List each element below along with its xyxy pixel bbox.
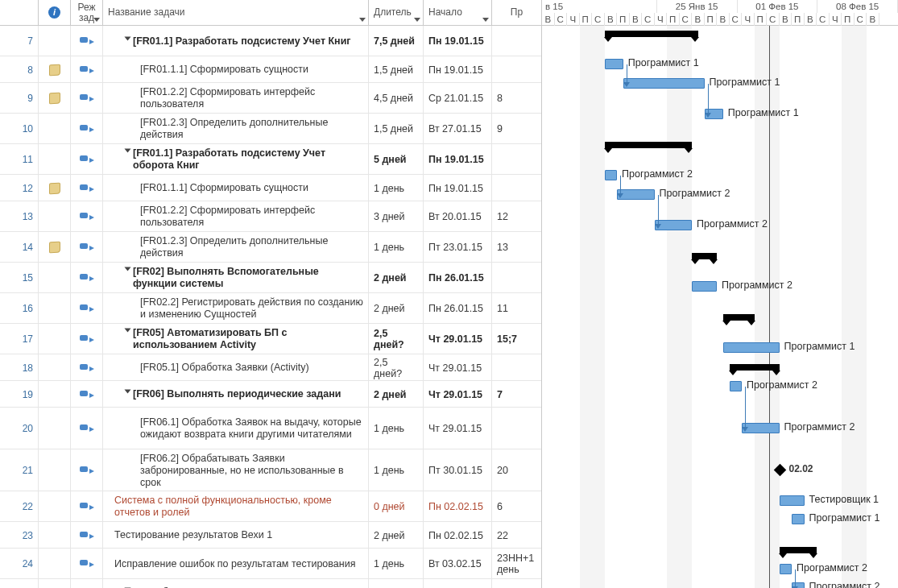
cell-name[interactable]: [FR02.2] Регистрировать действия по созд… xyxy=(103,293,369,324)
cell-predecessors[interactable]: 22 xyxy=(492,579,542,588)
col-header-start[interactable]: Начало xyxy=(424,0,492,26)
cell-duration[interactable]: 1 день xyxy=(369,408,424,449)
table-row[interactable]: 20[FR06.1] Обработка Заявок на выдачу, к… xyxy=(0,408,541,449)
cell-predecessors[interactable]: 12 xyxy=(492,201,542,232)
col-header-duration[interactable]: Длитель xyxy=(369,0,424,26)
gantt-row[interactable] xyxy=(542,248,898,279)
cell-name[interactable]: [FR01.2.2] Сформировать интерфейс пользо… xyxy=(103,83,369,114)
cell-start[interactable]: Чт 29.01.15 xyxy=(424,408,492,449)
cell-predecessors[interactable]: 23НН+1 день xyxy=(492,549,542,579)
task-bar[interactable] xyxy=(623,78,705,89)
table-row[interactable]: 21[FR06.2] Обрабатывать Заявки заброниро… xyxy=(0,449,541,491)
cell-id[interactable]: 23 xyxy=(0,522,39,549)
table-row[interactable]: 15[FR02] Выполнять Вспомогательные функц… xyxy=(0,263,541,293)
gantt-row[interactable]: Программист 1 xyxy=(542,511,898,542)
gantt-row[interactable]: Программист 2 xyxy=(542,580,898,588)
col-header-mode[interactable]: Реж зад xyxy=(71,0,103,26)
cell-duration[interactable]: 5 дней xyxy=(369,144,424,175)
cell-duration[interactable]: 1 день xyxy=(369,175,424,201)
cell-id[interactable]: 16 xyxy=(0,293,39,324)
cell-info[interactable] xyxy=(39,549,71,579)
cell-predecessors[interactable] xyxy=(492,175,542,201)
cell-name[interactable]: [FR01.1.1] Сформировать сущности xyxy=(103,175,369,201)
summary-bar[interactable] xyxy=(605,31,698,37)
cell-id[interactable]: 14 xyxy=(0,232,39,263)
cell-id[interactable]: 9 xyxy=(0,83,39,114)
cell-id[interactable]: 20 xyxy=(0,408,39,449)
cell-info[interactable] xyxy=(39,449,71,491)
table-row[interactable]: 7[FR01.1] Разработать подсистему Учет Кн… xyxy=(0,26,541,56)
cell-id[interactable]: 21 xyxy=(0,449,39,491)
collapse-icon[interactable] xyxy=(125,267,131,271)
cell-info[interactable] xyxy=(39,408,71,449)
cell-start[interactable]: Пн 02.02.15 xyxy=(424,491,492,522)
cell-id[interactable]: 12 xyxy=(0,175,39,201)
table-row[interactable]: 17[FR05] Автоматизировать БП с использов… xyxy=(0,324,541,354)
cell-name[interactable]: [FR01.2.2] Сформировать интерфейс пользо… xyxy=(103,201,369,232)
cell-name[interactable]: [FR05.1] Обработка Заявки (Activity) xyxy=(103,354,369,381)
table-row[interactable]: 25Разработка отчетов3 днейПн 02.02.1522 xyxy=(0,579,541,588)
cell-start[interactable]: Вт 03.02.15 xyxy=(424,549,492,579)
table-row[interactable]: 19[FR06] Выполнять периодические задани2… xyxy=(0,381,541,408)
cell-info[interactable] xyxy=(39,522,71,549)
collapse-icon[interactable] xyxy=(125,329,131,333)
cell-id[interactable]: 18 xyxy=(0,354,39,381)
table-row[interactable]: 14[FR01.2.3] Определить дополнительные д… xyxy=(0,232,541,263)
cell-name[interactable]: [FR01.2.3] Определить дополнительные дей… xyxy=(103,232,369,263)
cell-name[interactable]: Разработка отчетов xyxy=(103,579,369,588)
summary-bar[interactable] xyxy=(780,547,817,553)
cell-info[interactable] xyxy=(39,232,71,263)
cell-mode[interactable] xyxy=(71,293,103,324)
cell-name[interactable]: [FR06.1] Обработка Заявок на выдачу, кот… xyxy=(103,408,369,449)
cell-duration[interactable]: 2 дней xyxy=(369,263,424,293)
cell-info[interactable] xyxy=(39,144,71,175)
cell-mode[interactable] xyxy=(71,26,103,56)
task-bar[interactable] xyxy=(692,281,717,292)
cell-start[interactable]: Чт 29.01.15 xyxy=(424,354,492,381)
cell-info[interactable] xyxy=(39,26,71,56)
table-row[interactable]: 22Система с полной функциональностью, кр… xyxy=(0,491,541,522)
cell-name[interactable]: [FR01.1] Разработать подсистему Учет Кни… xyxy=(103,26,369,56)
cell-id[interactable]: 19 xyxy=(0,381,39,408)
cell-info[interactable] xyxy=(39,354,71,381)
gantt-row[interactable]: Программист 2 xyxy=(542,168,898,187)
cell-predecessors[interactable]: 6 xyxy=(492,491,542,522)
task-bar[interactable] xyxy=(605,170,618,180)
cell-id[interactable]: 15 xyxy=(0,263,39,293)
cell-predecessors[interactable] xyxy=(492,408,542,449)
gantt-row[interactable]: Программист 1 xyxy=(542,106,898,137)
cell-predecessors[interactable] xyxy=(492,354,542,381)
cell-name[interactable]: [FR01.2.3] Определить дополнительные дей… xyxy=(103,114,369,144)
collapse-icon[interactable] xyxy=(125,36,131,40)
cell-mode[interactable] xyxy=(71,408,103,449)
cell-id[interactable]: 7 xyxy=(0,26,39,56)
cell-info[interactable] xyxy=(39,56,71,83)
cell-name[interactable]: [FR02] Выполнять Вспомогательные функции… xyxy=(103,263,369,293)
cell-info[interactable] xyxy=(39,201,71,232)
cell-info[interactable] xyxy=(39,491,71,522)
gantt-row[interactable]: Программист 2 xyxy=(542,379,898,420)
cell-mode[interactable] xyxy=(71,232,103,263)
gantt-row[interactable]: Тестировщик 1 xyxy=(542,493,898,511)
cell-name[interactable]: [FR01.1.1] Сформировать сущности xyxy=(103,56,369,83)
gantt-row[interactable]: Программист 1 xyxy=(542,340,898,359)
cell-start[interactable]: Пн 19.01.15 xyxy=(424,56,492,83)
summary-bar[interactable] xyxy=(723,314,755,321)
cell-predecessors[interactable]: 8 xyxy=(492,83,542,114)
col-header-name[interactable]: Название задачи xyxy=(103,0,369,26)
cell-info[interactable] xyxy=(39,263,71,293)
cell-mode[interactable] xyxy=(71,56,103,83)
cell-mode[interactable] xyxy=(71,579,103,588)
cell-name[interactable]: [FR06] Выполнять периодические задани xyxy=(103,381,369,408)
cell-predecessors[interactable]: 13 xyxy=(492,232,542,263)
gantt-row[interactable] xyxy=(542,359,898,379)
cell-duration[interactable]: 1 день xyxy=(369,549,424,579)
cell-info[interactable] xyxy=(39,381,71,408)
cell-duration[interactable]: 7,5 дней xyxy=(369,26,424,56)
table-row[interactable]: 8[FR01.1.1] Сформировать сущности1,5 дне… xyxy=(0,56,541,83)
cell-duration[interactable]: 1 день xyxy=(369,449,424,491)
task-bar[interactable] xyxy=(605,59,623,69)
gantt-row[interactable]: Программист 1 xyxy=(542,56,898,76)
cell-id[interactable]: 24 xyxy=(0,549,39,579)
cell-info[interactable] xyxy=(39,114,71,144)
